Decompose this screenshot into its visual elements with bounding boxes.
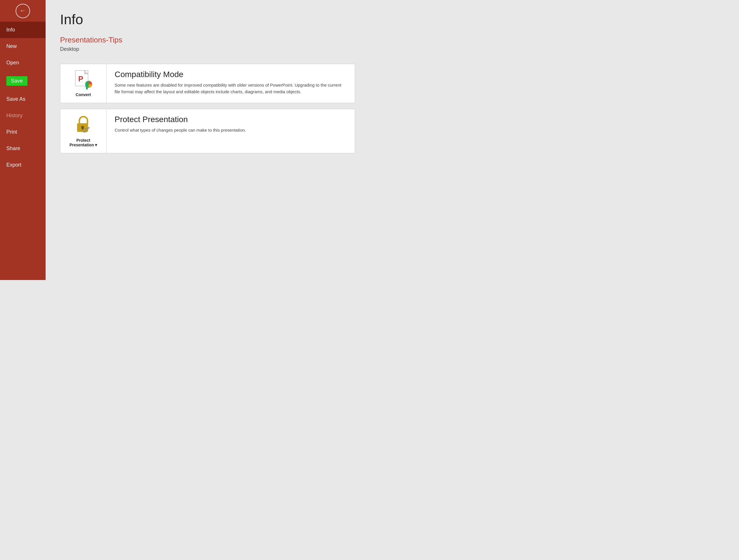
sidebar-item-info[interactable]: Info — [0, 22, 46, 38]
protect-label: Protect Presentation ▾ — [69, 138, 97, 147]
page-title: Info — [60, 12, 355, 27]
protect-icon — [74, 115, 93, 136]
protect-desc: Control what types of changes people can… — [115, 127, 347, 134]
convert-label: Convert — [76, 92, 91, 97]
convert-card: P Convert Compatibility Mode Some new fe… — [60, 64, 355, 103]
convert-icon-area[interactable]: P Convert — [60, 64, 107, 103]
back-button-area: ← — [0, 0, 46, 22]
back-button[interactable]: ← — [16, 4, 30, 18]
save-label: Save — [6, 76, 27, 86]
svg-rect-7 — [86, 87, 88, 90]
svg-text:P: P — [78, 75, 83, 83]
sidebar-item-export[interactable]: Export — [0, 157, 46, 173]
protect-content: Protect Presentation Control what types … — [107, 109, 355, 153]
convert-content: Compatibility Mode Some new features are… — [107, 64, 355, 103]
sidebar: ← Info New Open Save Save As History Pri… — [0, 0, 46, 280]
protect-icon-area[interactable]: Protect Presentation ▾ — [60, 109, 107, 153]
sidebar-item-history[interactable]: History — [0, 107, 46, 124]
sidebar-item-new[interactable]: New — [0, 38, 46, 54]
sidebar-item-print[interactable]: Print — [0, 124, 46, 140]
main-content: Info Presentations-Tips Desktop P — [46, 0, 370, 280]
protect-title: Protect Presentation — [115, 115, 347, 124]
sidebar-item-share[interactable]: Share — [0, 140, 46, 157]
file-location: Desktop — [60, 46, 355, 52]
convert-title: Compatibility Mode — [115, 70, 347, 79]
back-arrow-icon: ← — [20, 7, 26, 14]
protect-card: Protect Presentation ▾ Protect Presentat… — [60, 109, 355, 153]
svg-line-14 — [89, 128, 89, 128]
convert-icon: P — [74, 70, 93, 90]
sidebar-item-open[interactable]: Open — [0, 54, 46, 71]
file-name: Presentations-Tips — [60, 35, 355, 44]
sidebar-item-save-as[interactable]: Save As — [0, 91, 46, 107]
sidebar-item-save[interactable]: Save — [0, 71, 46, 91]
convert-desc: Some new features are disabled for impro… — [115, 82, 347, 95]
